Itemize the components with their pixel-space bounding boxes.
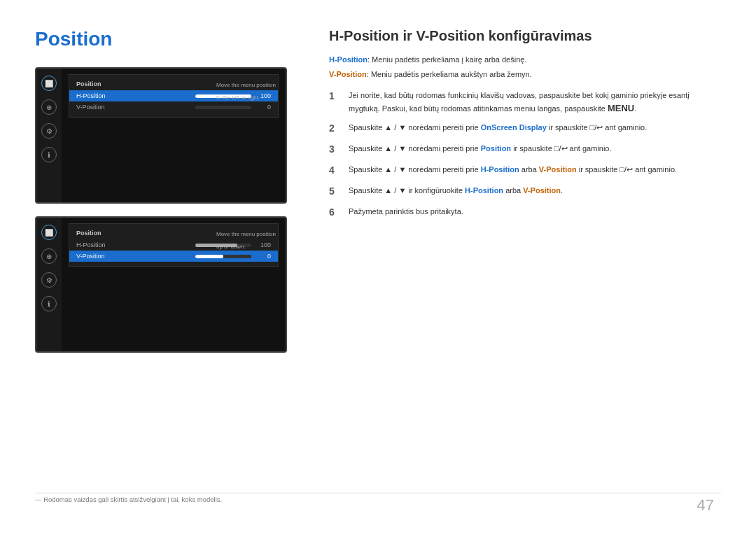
hposition-keyword-4: H-Position xyxy=(481,165,519,174)
sidebar-icons-bottom: ⬜ ⊕ ⚙ ℹ xyxy=(36,218,62,351)
monitor-top-bottom-bar: ◀ ▼ ▲ ▶ ⏻ xyxy=(36,202,286,204)
step-4-text: Spauskite ▲ / ▼ norėdami pereiti prie H-… xyxy=(349,164,721,178)
icon-monitor-b: ⬜ xyxy=(41,225,57,240)
step-5: 5 Spauskite ▲ / ▼ ir konfigūruokite H-Po… xyxy=(329,185,721,199)
step-1: 1 Jei norite, kad būtų rodomas funkcinių… xyxy=(329,90,721,115)
vposition-keyword-5: V-Position xyxy=(523,186,561,195)
vposition-keyword-4: V-Position xyxy=(539,165,577,174)
icon-gear-b: ⚙ xyxy=(41,272,57,288)
vpos-bar-bottom xyxy=(195,255,251,258)
hpos-label-bottom: H-Position xyxy=(76,241,195,248)
position-keyword: Position xyxy=(481,144,511,153)
hpos-def-label: H-Position xyxy=(329,55,368,64)
menu-keyword: MENU xyxy=(608,103,634,113)
step-5-num: 5 xyxy=(329,184,343,199)
icon-info-b: ℹ xyxy=(41,296,57,311)
icon-info: ℹ xyxy=(41,147,57,162)
hposition-keyword-5: H-Position xyxy=(465,186,503,195)
vpos-def-text: : Meniu padėtis perkeliama aukštyn arba … xyxy=(367,70,532,78)
step-1-num: 1 xyxy=(329,89,343,115)
monitor-bottom: ⬜ ⊕ ⚙ ℹ Position H-Position xyxy=(35,216,287,353)
monitor-top: ⬜ ⊕ ⚙ ℹ Position H-Position xyxy=(35,67,287,204)
step-4: 4 Spauskite ▲ / ▼ norėdami pereiti prie … xyxy=(329,164,721,178)
hpos-label-top: H-Position xyxy=(76,92,195,99)
divider-line xyxy=(35,493,721,493)
steps-list: 1 Jei norite, kad būtų rodomas funkcinių… xyxy=(329,90,721,220)
step-6-num: 6 xyxy=(329,205,343,220)
page-number: 47 xyxy=(697,496,714,514)
monitor-top-note: Move the menu position to the left or ri… xyxy=(212,74,286,105)
monitor-bottom-container: ⬜ ⊕ ⚙ ℹ Position H-Position xyxy=(35,216,301,353)
footnote: — Rodomas vaizdas gali skirtis atsižvelg… xyxy=(35,496,222,503)
vpos-def-label: V-Position xyxy=(329,70,367,78)
left-column: Position ⬜ ⊕ ⚙ ℹ Position H-Positi xyxy=(35,28,301,513)
step-6: 6 Pažymėta parinktis bus pritaikyta. xyxy=(329,206,721,220)
step-3-num: 3 xyxy=(329,142,343,157)
step-1-text: Jei norite, kad būtų rodomas funkcinių k… xyxy=(349,90,721,115)
sidebar-icons-top: ⬜ ⊕ ⚙ ℹ xyxy=(36,69,62,202)
step-4-num: 4 xyxy=(329,163,343,178)
icon-monitor: ⬜ xyxy=(41,76,57,91)
icon-adjust: ⊕ xyxy=(41,99,57,115)
step-3: 3 Spauskite ▲ / ▼ norėdami pereiti prie … xyxy=(329,143,721,157)
icon-gear: ⚙ xyxy=(41,123,57,139)
hpos-def-text: : Meniu padėtis perkeliama į kairę arba … xyxy=(368,55,526,64)
step-2: 2 Spauskite ▲ / ▼ norėdami pereiti prie … xyxy=(329,122,721,136)
onscreen-display-keyword: OnScreen Display xyxy=(481,123,547,132)
monitor-top-container: ⬜ ⊕ ⚙ ℹ Position H-Position xyxy=(35,67,301,204)
section-title: H-Position ir V-Position konfigūravimas xyxy=(329,28,721,44)
step-3-text: Spauskite ▲ / ▼ norėdami pereiti prie Po… xyxy=(349,143,721,157)
step-2-text: Spauskite ▲ / ▼ norėdami pereiti prie On… xyxy=(349,122,721,136)
vpos-definition: V-Position: Meniu padėtis perkeliama auk… xyxy=(329,69,721,80)
step-6-text: Pažymėta parinktis bus pritaikyta. xyxy=(349,206,721,220)
page-title: Position xyxy=(35,28,301,50)
page-container: Position ⬜ ⊕ ⚙ ℹ Position H-Positi xyxy=(0,0,756,534)
hpos-definition: H-Position: Meniu padėtis perkeliama į k… xyxy=(329,54,721,66)
vpos-label-bottom: V-Position xyxy=(76,253,195,260)
vpos-bar-fill-bottom xyxy=(195,255,223,258)
monitor-bottom-bottom-bar: ◀ ▼ ▲ ▶ ⏻ xyxy=(36,351,286,353)
monitor-bottom-note: Move the menu position up or down. xyxy=(212,223,286,254)
vpos-bar-top xyxy=(195,106,251,109)
step-2-num: 2 xyxy=(329,121,343,136)
step-5-text: Spauskite ▲ / ▼ ir konfigūruokite H-Posi… xyxy=(349,185,721,199)
icon-adjust-b: ⊕ xyxy=(41,248,57,264)
vpos-label-top: V-Position xyxy=(76,104,195,111)
right-column: H-Position ir V-Position konfigūravimas … xyxy=(329,28,721,513)
